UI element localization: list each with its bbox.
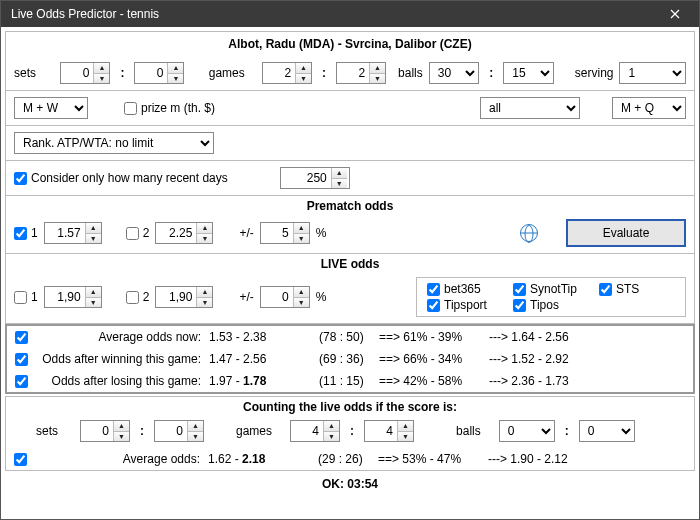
c-balls2-select[interactable]: 0 xyxy=(579,420,635,442)
out-win-checkbox[interactable] xyxy=(15,353,39,366)
recent-days-checkbox[interactable]: Consider only how many recent days xyxy=(14,171,228,185)
out-now-checkbox[interactable] xyxy=(15,331,39,344)
match-title: Albot, Radu (MDA) - Svrcina, Dalibor (CZ… xyxy=(6,32,694,56)
out-row-now: Average odds now: 1.53 - 2.38 (78 : 50) … xyxy=(7,326,693,348)
c-avg-checkbox[interactable] xyxy=(14,453,38,466)
serving-select[interactable]: 1 xyxy=(619,62,686,84)
window-title: Live Odds Predictor - tennis xyxy=(11,7,657,21)
games2-spinner[interactable]: ▲▼ xyxy=(336,62,386,84)
out-lose-checkbox[interactable] xyxy=(15,375,39,388)
bmk-tipos[interactable]: Tipos xyxy=(513,298,589,312)
gender-select[interactable]: M + W xyxy=(14,97,88,119)
games-label: games xyxy=(209,66,245,80)
balls2-select[interactable]: 15 xyxy=(503,62,554,84)
live-1-checkbox[interactable]: 1 xyxy=(14,290,38,304)
live-2-spinner[interactable]: ▲▼ xyxy=(155,286,213,308)
counting-title: Counting the live odds if the score is: xyxy=(6,397,694,414)
c-balls1-select[interactable]: 0 xyxy=(499,420,555,442)
rank-select[interactable]: Rank. ATP/WTA: no limit xyxy=(14,132,214,154)
serving-label: serving xyxy=(575,66,614,80)
bmk-sts[interactable]: STS xyxy=(599,282,675,296)
live-2-checkbox[interactable]: 2 xyxy=(126,290,150,304)
prematch-pm-spinner[interactable]: ▲▼ xyxy=(260,222,310,244)
sets-label: sets xyxy=(14,66,36,80)
bmk-bet365[interactable]: bet365 xyxy=(427,282,503,296)
globe-icon[interactable] xyxy=(520,224,538,242)
surface-select[interactable]: all xyxy=(480,97,580,119)
bookmaker-grid: bet365 SynotTip STS Tipsport Tipos xyxy=(416,277,686,317)
recent-days-spinner[interactable]: ▲▼ xyxy=(280,167,350,189)
c-sets2-spinner[interactable]: ▲▼ xyxy=(154,420,204,442)
round-select[interactable]: M + Q xyxy=(612,97,686,119)
prematch-title: Prematch odds xyxy=(6,196,694,213)
title-bar: Live Odds Predictor - tennis xyxy=(1,1,699,27)
balls-label: balls xyxy=(398,66,423,80)
close-icon xyxy=(670,9,680,19)
close-button[interactable] xyxy=(657,1,693,27)
live-title: LIVE odds xyxy=(6,254,694,271)
prematch-2-spinner[interactable]: ▲▼ xyxy=(155,222,213,244)
games1-spinner[interactable]: ▲▼ xyxy=(262,62,312,84)
status-bar: OK: 03:54 xyxy=(5,471,695,497)
counting-avg-row: Average odds: 1.62 - 2.18 (29 : 26) ==> … xyxy=(6,448,694,470)
out-lose-odds: 1.97 - 1.78 xyxy=(209,374,319,388)
live-pm-spinner[interactable]: ▲▼ xyxy=(260,286,310,308)
prize-checkbox[interactable]: prize m (th. $) xyxy=(124,101,215,115)
prematch-1-spinner[interactable]: ▲▼ xyxy=(44,222,102,244)
c-games2-spinner[interactable]: ▲▼ xyxy=(364,420,414,442)
balls1-select[interactable]: 30 xyxy=(429,62,480,84)
c-games1-spinner[interactable]: ▲▼ xyxy=(290,420,340,442)
sets1-spinner[interactable]: ▲▼ xyxy=(60,62,110,84)
bmk-tipsport[interactable]: Tipsport xyxy=(427,298,503,312)
c-sets1-spinner[interactable]: ▲▼ xyxy=(80,420,130,442)
prematch-2-checkbox[interactable]: 2 xyxy=(126,226,150,240)
bmk-synottip[interactable]: SynotTip xyxy=(513,282,589,296)
score-row: sets ▲▼ : ▲▼ games ▲▼ : ▲▼ balls 30 : 15… xyxy=(6,56,694,90)
out-row-win: Odds after winning this game: 1.47 - 2.5… xyxy=(7,348,693,370)
sets2-spinner[interactable]: ▲▼ xyxy=(134,62,184,84)
out-row-lose: Odds after losing this game: 1.97 - 1.78… xyxy=(7,370,693,392)
live-1-spinner[interactable]: ▲▼ xyxy=(44,286,102,308)
prematch-1-checkbox[interactable]: 1 xyxy=(14,226,38,240)
evaluate-button[interactable]: Evaluate xyxy=(566,219,686,247)
